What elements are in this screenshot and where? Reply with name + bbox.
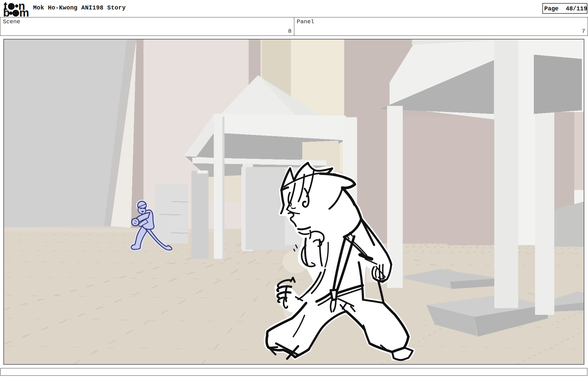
svg-text:b: b xyxy=(3,6,10,17)
svg-text:m: m xyxy=(19,6,29,17)
